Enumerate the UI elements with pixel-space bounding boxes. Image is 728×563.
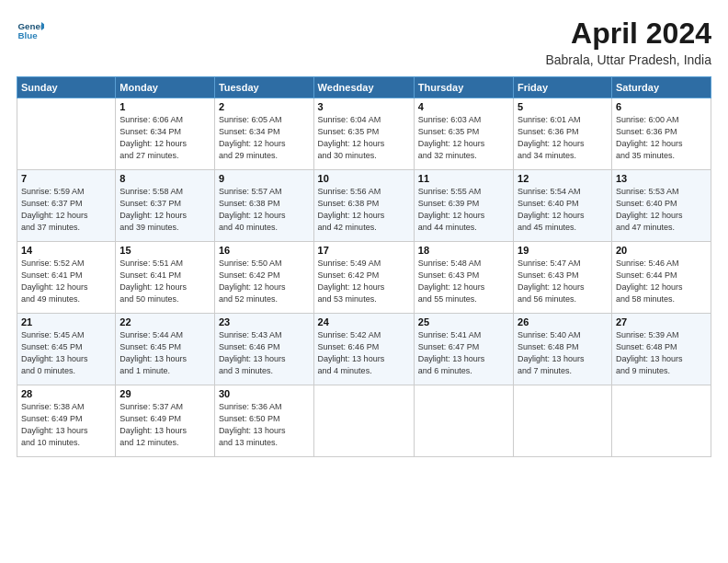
svg-text:General: General [18,21,45,31]
day-info: Sunrise: 5:55 AM Sunset: 6:39 PM Dayligh… [418,186,509,234]
day-info: Sunrise: 5:47 AM Sunset: 6:43 PM Dayligh… [518,258,608,305]
day-number: 14 [21,245,111,256]
header: General Blue April 2024 Babrala, Uttar P… [17,17,711,67]
day-number: 23 [219,316,310,327]
calendar-cell: 13Sunrise: 5:53 AM Sunset: 6:40 PM Dayli… [611,170,711,242]
calendar-cell: 2Sunrise: 6:05 AM Sunset: 6:34 PM Daylig… [214,98,313,170]
day-info: Sunrise: 6:04 AM Sunset: 6:35 PM Dayligh… [318,114,410,162]
svg-text:Blue: Blue [18,30,39,40]
calendar-cell: 7Sunrise: 5:59 AM Sunset: 6:37 PM Daylig… [17,170,116,242]
calendar-cell [17,98,116,170]
logo: General Blue [17,17,44,44]
day-info: Sunrise: 5:58 AM Sunset: 6:37 PM Dayligh… [119,186,210,234]
day-number: 11 [418,173,509,184]
calendar-cell: 23Sunrise: 5:43 AM Sunset: 6:46 PM Dayli… [214,314,313,385]
day-number: 30 [219,388,310,399]
day-info: Sunrise: 5:46 AM Sunset: 6:44 PM Dayligh… [616,258,707,305]
calendar-cell: 16Sunrise: 5:50 AM Sunset: 6:42 PM Dayli… [214,242,313,314]
calendar-cell: 19Sunrise: 5:47 AM Sunset: 6:43 PM Dayli… [514,242,612,314]
day-info: Sunrise: 5:38 AM Sunset: 6:49 PM Dayligh… [21,401,111,449]
calendar-cell: 11Sunrise: 5:55 AM Sunset: 6:39 PM Dayli… [414,170,513,242]
calendar-cell: 17Sunrise: 5:49 AM Sunset: 6:42 PM Dayli… [313,242,414,314]
day-number: 8 [119,173,210,184]
day-number: 20 [616,245,707,256]
calendar-cell: 29Sunrise: 5:37 AM Sunset: 6:49 PM Dayli… [116,385,215,457]
calendar-cell: 24Sunrise: 5:42 AM Sunset: 6:46 PM Dayli… [313,314,414,385]
day-number: 1 [119,101,210,112]
day-number: 28 [21,388,111,399]
calendar-cell: 10Sunrise: 5:56 AM Sunset: 6:38 PM Dayli… [313,170,414,242]
calendar-cell: 15Sunrise: 5:51 AM Sunset: 6:41 PM Dayli… [116,242,215,314]
day-info: Sunrise: 6:00 AM Sunset: 6:36 PM Dayligh… [616,114,707,162]
day-info: Sunrise: 5:36 AM Sunset: 6:50 PM Dayligh… [219,401,310,449]
day-info: Sunrise: 5:48 AM Sunset: 6:43 PM Dayligh… [418,258,509,305]
day-number: 3 [318,101,410,112]
day-info: Sunrise: 5:50 AM Sunset: 6:42 PM Dayligh… [219,258,310,305]
col-header-sunday: Sunday [17,77,116,98]
calendar-header-row: SundayMondayTuesdayWednesdayThursdayFrid… [17,77,711,98]
day-info: Sunrise: 5:49 AM Sunset: 6:42 PM Dayligh… [318,258,410,305]
day-number: 7 [21,173,111,184]
day-info: Sunrise: 5:40 AM Sunset: 6:48 PM Dayligh… [518,329,608,377]
day-number: 22 [119,316,210,327]
col-header-monday: Monday [116,77,215,98]
week-row-1: 7Sunrise: 5:59 AM Sunset: 6:37 PM Daylig… [17,170,711,242]
day-info: Sunrise: 5:41 AM Sunset: 6:47 PM Dayligh… [418,329,509,377]
col-header-tuesday: Tuesday [214,77,313,98]
calendar-cell: 9Sunrise: 5:57 AM Sunset: 6:38 PM Daylig… [214,170,313,242]
col-header-thursday: Thursday [414,77,513,98]
calendar-cell: 5Sunrise: 6:01 AM Sunset: 6:36 PM Daylig… [514,98,612,170]
title-area: April 2024 Babrala, Uttar Pradesh, India [545,17,711,67]
day-info: Sunrise: 5:37 AM Sunset: 6:49 PM Dayligh… [119,401,210,449]
day-number: 27 [616,316,707,327]
calendar-cell: 30Sunrise: 5:36 AM Sunset: 6:50 PM Dayli… [214,385,313,457]
calendar-cell [514,385,612,457]
day-number: 4 [418,101,509,112]
day-number: 26 [518,316,608,327]
calendar-cell: 22Sunrise: 5:44 AM Sunset: 6:45 PM Dayli… [116,314,215,385]
day-info: Sunrise: 5:59 AM Sunset: 6:37 PM Dayligh… [21,186,111,234]
calendar-cell: 4Sunrise: 6:03 AM Sunset: 6:35 PM Daylig… [414,98,513,170]
day-info: Sunrise: 5:39 AM Sunset: 6:48 PM Dayligh… [616,329,707,377]
day-number: 16 [219,245,310,256]
calendar-cell [611,385,711,457]
logo-icon: General Blue [17,17,44,44]
day-info: Sunrise: 6:06 AM Sunset: 6:34 PM Dayligh… [119,114,210,162]
calendar-cell: 20Sunrise: 5:46 AM Sunset: 6:44 PM Dayli… [611,242,711,314]
day-info: Sunrise: 5:45 AM Sunset: 6:45 PM Dayligh… [21,329,111,377]
calendar-cell: 8Sunrise: 5:58 AM Sunset: 6:37 PM Daylig… [116,170,215,242]
calendar-table: SundayMondayTuesdayWednesdayThursdayFrid… [17,76,711,457]
day-number: 2 [219,101,310,112]
day-number: 12 [518,173,608,184]
col-header-wednesday: Wednesday [313,77,414,98]
calendar-cell: 25Sunrise: 5:41 AM Sunset: 6:47 PM Dayli… [414,314,513,385]
day-number: 6 [616,101,707,112]
day-number: 17 [318,245,410,256]
calendar-cell [313,385,414,457]
month-title: April 2024 [545,17,711,51]
day-number: 15 [119,245,210,256]
day-info: Sunrise: 5:51 AM Sunset: 6:41 PM Dayligh… [119,258,210,305]
calendar-cell: 18Sunrise: 5:48 AM Sunset: 6:43 PM Dayli… [414,242,513,314]
day-number: 21 [21,316,111,327]
calendar-page: General Blue April 2024 Babrala, Uttar P… [0,0,728,563]
calendar-cell: 1Sunrise: 6:06 AM Sunset: 6:34 PM Daylig… [116,98,215,170]
week-row-3: 21Sunrise: 5:45 AM Sunset: 6:45 PM Dayli… [17,314,711,385]
week-row-2: 14Sunrise: 5:52 AM Sunset: 6:41 PM Dayli… [17,242,711,314]
day-number: 25 [418,316,509,327]
day-number: 9 [219,173,310,184]
day-info: Sunrise: 6:05 AM Sunset: 6:34 PM Dayligh… [219,114,310,162]
calendar-cell: 27Sunrise: 5:39 AM Sunset: 6:48 PM Dayli… [611,314,711,385]
week-row-4: 28Sunrise: 5:38 AM Sunset: 6:49 PM Dayli… [17,385,711,457]
col-header-friday: Friday [514,77,612,98]
location: Babrala, Uttar Pradesh, India [545,52,711,67]
calendar-cell: 26Sunrise: 5:40 AM Sunset: 6:48 PM Dayli… [514,314,612,385]
calendar-cell: 6Sunrise: 6:00 AM Sunset: 6:36 PM Daylig… [611,98,711,170]
day-number: 5 [518,101,608,112]
day-number: 29 [119,388,210,399]
day-number: 10 [318,173,410,184]
day-number: 13 [616,173,707,184]
day-number: 18 [418,245,509,256]
day-info: Sunrise: 5:56 AM Sunset: 6:38 PM Dayligh… [318,186,410,234]
day-info: Sunrise: 5:43 AM Sunset: 6:46 PM Dayligh… [219,329,310,377]
